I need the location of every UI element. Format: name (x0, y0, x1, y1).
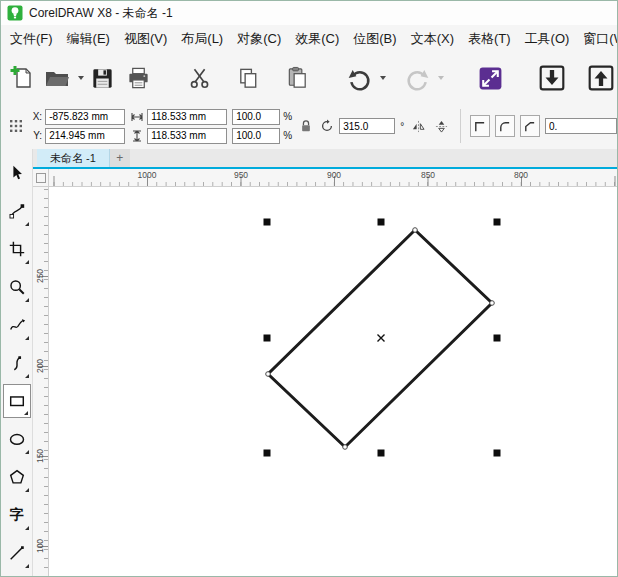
crop-tool[interactable] (3, 232, 31, 266)
selection-handle[interactable] (378, 450, 385, 457)
shape-tool[interactable] (3, 194, 31, 228)
menu-file[interactable]: 文件(F) (3, 26, 60, 52)
zoom-tool[interactable] (3, 270, 31, 304)
degree-label: ° (400, 121, 404, 132)
menu-layout[interactable]: 布局(L) (174, 26, 230, 52)
y-position-label: Y: (30, 130, 42, 141)
vruler-label: 150 (35, 449, 45, 463)
menu-table[interactable]: 表格(T) (461, 26, 518, 52)
selection-handle[interactable] (494, 450, 501, 457)
freehand-tool[interactable] (3, 308, 31, 342)
search-content-icon (477, 65, 504, 92)
document-tab-label: 未命名 -1 (50, 151, 96, 166)
scale-x-input[interactable] (232, 109, 280, 125)
menu-bar: 文件(F) 编辑(E) 视图(V) 布局(L) 对象(C) 效果(C) 位图(B… (1, 25, 617, 54)
rectangle-tool[interactable] (3, 384, 31, 418)
print-button[interactable] (122, 58, 154, 98)
selection-handle[interactable] (378, 219, 385, 226)
y-position-input[interactable] (45, 128, 125, 144)
pick-tool[interactable] (3, 156, 31, 190)
import-button[interactable] (536, 58, 568, 98)
selection-handle[interactable] (494, 335, 501, 342)
selection-handle[interactable] (264, 450, 271, 457)
search-content-button[interactable] (474, 58, 506, 98)
open-document-button[interactable] (41, 58, 73, 98)
ruler-origin[interactable] (33, 169, 49, 187)
polygon-tool[interactable] (3, 460, 31, 494)
mirror-horizontal-icon (411, 120, 426, 133)
undo-button[interactable] (343, 58, 375, 98)
copy-button[interactable] (233, 58, 265, 98)
scale-y-input[interactable] (232, 128, 280, 144)
menu-view[interactable]: 视图(V) (117, 26, 174, 52)
mirror-vertical-button[interactable] (432, 110, 450, 142)
paste-button[interactable] (281, 58, 313, 98)
object-height-input[interactable] (147, 128, 227, 144)
export-button[interactable] (585, 58, 617, 98)
x-position-input[interactable] (45, 109, 125, 125)
origin-grid-icon (9, 119, 23, 133)
ellipse-tool-icon (8, 430, 26, 448)
menu-window[interactable]: 窗口(W) (576, 26, 617, 52)
redo-dropdown-arrow-icon (438, 76, 444, 80)
menu-effects[interactable]: 效果(C) (288, 26, 346, 52)
object-height-icon (130, 130, 144, 142)
shape-tool-icon (8, 202, 26, 220)
document-tab-bar: 未命名 -1 + (1, 149, 617, 169)
horizontal-ruler[interactable]: 1000 950 900 850 800 (49, 169, 617, 187)
menu-edit[interactable]: 编辑(E) (60, 26, 117, 52)
text-tool[interactable]: 字 (3, 498, 31, 532)
undo-icon (346, 65, 373, 92)
ellipse-tool[interactable] (3, 422, 31, 456)
hruler-label: 900 (327, 170, 341, 180)
chamfer-corner-icon (523, 120, 536, 133)
vertical-ruler[interactable]: 250 200 150 100 (33, 187, 49, 576)
rotation-angle-input[interactable] (339, 118, 395, 134)
rectangle-tool-icon (8, 392, 26, 410)
plus-icon: + (116, 151, 123, 165)
selection-handle[interactable] (264, 219, 271, 226)
mirror-horizontal-button[interactable] (409, 110, 427, 142)
new-document-button[interactable] (6, 58, 38, 98)
parallel-line-tool[interactable] (3, 536, 31, 570)
pick-tool-icon (8, 164, 26, 182)
cut-button[interactable] (184, 58, 216, 98)
corner-chamfer-button[interactable] (520, 115, 540, 137)
bezier-tool[interactable] (3, 346, 31, 380)
corner-round-button[interactable] (495, 115, 515, 137)
menu-text[interactable]: 文本(X) (404, 26, 461, 52)
property-bar: X: Y: (1, 103, 617, 150)
selection-handle[interactable] (494, 219, 501, 226)
open-icon (44, 65, 70, 91)
save-icon (90, 66, 115, 91)
square-corner-icon (473, 120, 486, 133)
round-corner-icon (498, 120, 511, 133)
toolbox: 字 (1, 149, 33, 576)
menu-tools[interactable]: 工具(O) (518, 26, 577, 52)
crop-tool-icon (8, 240, 26, 258)
save-button[interactable] (87, 58, 119, 98)
menu-object[interactable]: 对象(C) (230, 26, 288, 52)
vruler-label: 200 (35, 359, 45, 373)
scale-y-percent-label: % (283, 130, 292, 141)
object-width-input[interactable] (147, 109, 227, 125)
new-document-tab-button[interactable]: + (110, 149, 130, 167)
document-tab-active[interactable]: 未命名 -1 (37, 149, 110, 167)
selection-handle[interactable] (264, 335, 271, 342)
corner-radius-input[interactable] (545, 118, 617, 134)
corner-square-button[interactable] (470, 115, 490, 137)
app-window: CorelDRAW X8 - 未命名 -1 文件(F) 编辑(E) 视图(V) … (0, 0, 618, 577)
drawing-canvas[interactable] (49, 187, 617, 576)
bezier-tool-icon (8, 354, 26, 372)
lock-icon (300, 119, 312, 133)
hruler-label: 1000 (138, 170, 157, 180)
hruler-label: 800 (514, 170, 528, 180)
undo-dropdown-arrow-icon[interactable] (380, 76, 386, 80)
open-dropdown-arrow-icon[interactable] (78, 76, 84, 80)
object-width-icon (130, 112, 144, 122)
redo-icon (404, 65, 431, 92)
scale-x-percent-label: % (283, 111, 292, 122)
origin-selector[interactable] (7, 110, 25, 142)
lock-ratio-button[interactable] (297, 110, 315, 142)
menu-bitmaps[interactable]: 位图(B) (346, 26, 403, 52)
